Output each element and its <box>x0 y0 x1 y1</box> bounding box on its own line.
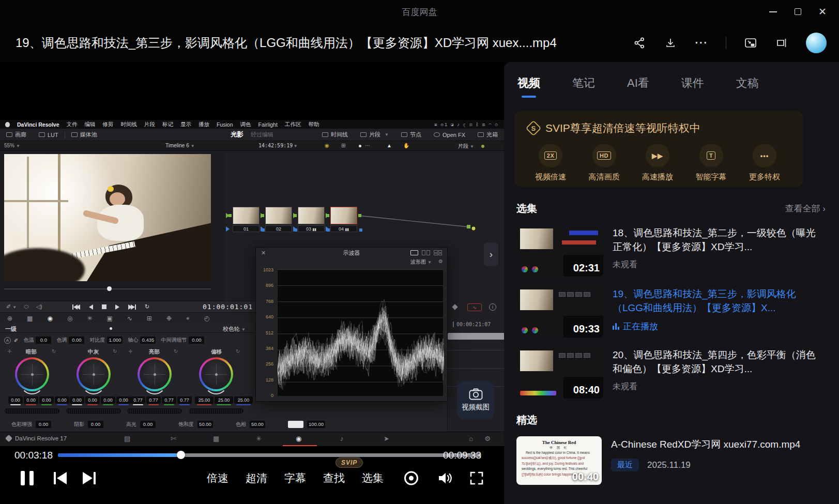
clips-view-button[interactable]: 片段▼ <box>354 131 395 139</box>
scope-toggle-icon[interactable]: ∿ <box>467 303 482 311</box>
offset-b-value[interactable]: 25.00 <box>234 396 253 404</box>
node-04-selected[interactable]: 04 ▮▮ <box>330 207 357 232</box>
gain-y-value[interactable]: 0.77 <box>131 396 145 404</box>
viewer-zoom-select[interactable]: 55%▼ <box>4 143 20 148</box>
gain-r-value[interactable]: 0.77 <box>146 396 161 404</box>
param-value[interactable]: 0.00 <box>140 421 156 428</box>
reset-icon[interactable]: ↻ <box>236 348 240 354</box>
collapse-sidebar-tab[interactable]: › <box>484 242 498 266</box>
featured-item[interactable]: The Chinese Red 中 国 红 Red is the happies… <box>516 436 826 485</box>
tool-icon[interactable]: ⊞ <box>147 315 152 322</box>
wheel-mode-select[interactable]: 校色轮▼ <box>223 325 246 333</box>
nodes-view-button[interactable]: 节点 <box>395 131 428 139</box>
menu-edit[interactable]: 编辑 <box>85 121 96 128</box>
episodes-button[interactable]: 选集 <box>362 471 384 485</box>
param-value[interactable]: 0.00 <box>189 337 204 344</box>
tab-transcript[interactable]: 文稿 <box>736 75 759 98</box>
param-value[interactable]: 100.00 <box>307 421 325 428</box>
tool-icon[interactable]: ▦ <box>27 315 33 322</box>
offset-color-wheel[interactable] <box>199 357 233 391</box>
gamma-y-value[interactable]: 0.00 <box>70 396 84 404</box>
download-icon[interactable] <box>664 36 677 50</box>
auto-balance-icon[interactable]: A <box>4 337 11 344</box>
offset-g-value[interactable]: 25.00 <box>215 396 233 404</box>
scope-mode-select[interactable]: 波形图▼ <box>410 258 432 266</box>
step-back-button[interactable] <box>89 304 93 310</box>
mini-window-icon[interactable] <box>744 36 757 50</box>
progress-handle[interactable] <box>177 451 185 459</box>
speed-button[interactable]: 倍速 <box>207 471 228 485</box>
menu-file[interactable]: 文件 <box>67 121 78 128</box>
menu-color[interactable]: 调色 <box>240 121 251 128</box>
more-icon[interactable]: ⋯ <box>695 36 708 50</box>
gain-color-wheel[interactable] <box>138 357 172 391</box>
gain-b-value[interactable]: 0.77 <box>177 396 192 404</box>
edit-page-icon[interactable]: ▦ <box>213 435 219 442</box>
lift-master-slider[interactable] <box>5 408 59 414</box>
settings-gear-icon[interactable]: ⚙ <box>484 435 491 442</box>
reset-icon[interactable]: ↻ <box>113 348 117 354</box>
offset-r-value[interactable]: 25.00 <box>195 396 213 404</box>
menu-mark[interactable]: 标记 <box>162 121 173 128</box>
color-swatch[interactable] <box>288 421 303 428</box>
gamma-b-value[interactable]: 0.00 <box>116 396 131 404</box>
view-all-link[interactable]: 查看全部 › <box>785 203 826 215</box>
fairlight-page-icon[interactable]: ♪ <box>340 435 344 442</box>
playlist-item-18[interactable]: 02:31 18、调色思路和技法_第二步，一级较色（曝光正常化）【更多资源】XD… <box>516 225 826 277</box>
svip-feature-fast-play[interactable]: ▶▶ 高速播放 <box>642 144 673 182</box>
color-boost-icon[interactable]: ◉ <box>325 143 329 148</box>
param-value[interactable]: 0.0 <box>36 337 51 344</box>
menu-fusion[interactable]: Fusion <box>217 121 233 128</box>
maximize-button[interactable] <box>785 0 810 23</box>
gallery-button[interactable]: 画廊 <box>0 129 33 141</box>
svip-banner[interactable]: S SVIP尊享超清倍速等视听特权中 2X 视频倍速 HD 高清画质 ▶▶ 高速… <box>514 111 803 187</box>
gamma-master-slider[interactable] <box>66 408 121 414</box>
loop-icon[interactable]: ↻ <box>145 303 149 310</box>
picker-icon[interactable]: ✐ <box>14 338 18 343</box>
scopes-window[interactable]: ✕ 示波器 波形图▼ ⚙ 10238967686405123842561280 <box>255 247 448 402</box>
tool-icon[interactable]: ∿ <box>127 315 132 322</box>
menu-trim[interactable]: 修剪 <box>103 121 114 128</box>
play-button[interactable] <box>115 304 119 310</box>
pause-button[interactable] <box>21 471 34 485</box>
keyframe-icon[interactable] <box>452 304 457 310</box>
go-to-end-button[interactable] <box>128 304 136 310</box>
tab-courseware[interactable]: 课件 <box>681 75 704 98</box>
lift-color-wheel[interactable] <box>15 357 49 391</box>
search-in-video-button[interactable]: 查找SVIP <box>323 471 345 485</box>
menu-timeline[interactable]: 时间线 <box>121 121 138 128</box>
dual-scope-layout-icon[interactable] <box>422 250 430 255</box>
color-page-icon[interactable]: ◉ <box>296 435 301 442</box>
gain-g-value[interactable]: 0.77 <box>162 396 176 404</box>
crosshair-icon[interactable]: ✛ <box>128 348 132 354</box>
gamma-r-value[interactable]: 0.00 <box>85 396 100 404</box>
playlist-item-20[interactable]: 08:40 20、调色思路和技法_第四步，色彩平衡（消色和偏色）【更多资源】XD… <box>516 347 826 399</box>
subtitle-button[interactable]: 字幕 <box>284 471 306 485</box>
close-button[interactable]: ✕ <box>810 0 835 23</box>
lift-r-value[interactable]: 0.00 <box>24 396 38 404</box>
menu-help[interactable]: 帮助 <box>308 121 319 128</box>
davinci-app-menu[interactable]: DaVinci Resolve <box>17 121 59 128</box>
media-pool-button[interactable]: 媒体池 <box>65 129 103 141</box>
wipe-icon[interactable]: ⬭ <box>24 303 28 310</box>
user-avatar[interactable] <box>806 33 827 53</box>
hand-tool-icon[interactable]: ✋ <box>403 143 409 148</box>
go-to-start-button[interactable] <box>72 304 80 310</box>
progress-bar[interactable] <box>58 453 481 457</box>
gamma-g-value[interactable]: 0.00 <box>101 396 115 404</box>
single-scope-layout-icon[interactable] <box>410 250 418 255</box>
tab-video[interactable]: 视频 <box>517 75 540 98</box>
gain-master-slider[interactable] <box>127 408 182 414</box>
param-value[interactable]: 0.435 <box>140 337 156 344</box>
tool-icon[interactable]: ◎ <box>67 315 72 322</box>
preview-scrub-bar[interactable] <box>4 286 211 292</box>
openfx-button[interactable]: Open FX <box>428 132 471 138</box>
node-02[interactable]: 02 <box>265 207 292 232</box>
timeline-select[interactable]: Timeline 6▼ <box>165 143 195 148</box>
pin-to-side-icon[interactable] <box>775 36 788 50</box>
video-screenshot-button[interactable]: 视频截图 <box>457 381 494 419</box>
tool-icon[interactable]: ⌖ <box>186 315 190 322</box>
param-value[interactable]: 50.00 <box>250 421 265 428</box>
svip-feature-smart-subtitle[interactable]: T 智能字幕 <box>696 144 727 182</box>
clip-mode-select[interactable]: 片段▼ <box>458 143 474 150</box>
